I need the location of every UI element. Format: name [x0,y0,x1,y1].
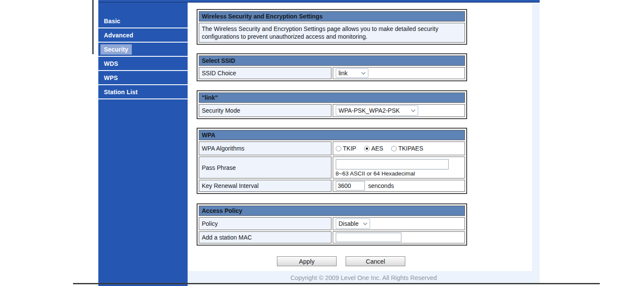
policy-select[interactable]: Disable [336,218,370,229]
radio-option-tkipaes[interactable]: TKIPAES [391,145,423,152]
section-title-ssid-link: "link" [199,92,465,103]
section-title-select-ssid: Select SSID [199,55,465,66]
section-title-wpa: WPA [199,130,465,140]
cancel-button[interactable]: Cancel [346,256,405,266]
add-station-mac-label: Add a station MAC [199,231,331,243]
radio-icon [336,146,341,151]
sidebar-item-label: Advanced [100,30,137,40]
pass-phrase-input[interactable] [336,159,449,169]
section-title-access-policy: Access Policy [199,206,465,216]
security-mode-selected-value: WPA-PSK_WPA2-PSK [339,107,400,114]
sidebar-item-label: WPS [100,73,122,83]
ssid-choice-label: SSID Choice [199,67,331,79]
radio-selected-icon [364,146,370,151]
security-mode-label: Security Mode [199,104,331,117]
sidebar-item-label: Security [100,44,132,55]
form-actions: Apply Cancel [277,256,532,266]
wpa-algorithms-radio-group: TKIP AES TKIPAES [336,143,462,154]
radio-icon [391,146,397,151]
chevron-down-icon [361,72,366,75]
radio-label: AES [371,145,383,152]
radio-label: TKIPAES [398,145,423,152]
wpa-algorithms-label: WPA Algorithms [199,141,331,155]
section-select-ssid: Select SSID SSID Choice link [197,53,467,81]
chevron-down-icon [411,109,416,112]
content-panel: Wireless Security and Encryption Setting… [188,3,532,271]
sidebar-nav: Basic Advanced Security WDS WPS Station … [98,0,188,286]
sidebar-item-wps[interactable]: WPS [98,71,188,84]
radio-label: TKIP [343,145,356,152]
sidebar-item-label: WDS [100,58,122,69]
sidebar-divider [98,98,188,99]
copyright-text: Copyright © 2009 Level One Inc. All Righ… [290,274,437,281]
sidebar-item-label: Station List [100,87,141,97]
intro-description: The Wireless Security and Encryption Set… [199,23,465,43]
policy-selected-value: Disable [339,220,359,227]
ssid-choice-select[interactable]: link [336,68,368,78]
chevron-down-icon [363,222,368,225]
sidebar-item-station-list[interactable]: Station List [98,85,188,98]
section-wpa: WPA WPA Algorithms TKIP AES [197,128,467,194]
sidebar-item-basic[interactable]: Basic [98,14,188,28]
section-ssid-link: "link" Security Mode WPA-PSK_WPA2-PSK [197,90,467,119]
top-accent-bar [98,0,540,3]
page-bottom-border [73,283,600,284]
main-area: Wireless Security and Encryption Setting… [188,3,540,284]
section-access-policy: Access Policy Policy Disable Add a stati… [197,203,467,246]
sidebar-item-advanced[interactable]: Advanced [98,28,188,42]
add-station-mac-input[interactable] [336,233,401,242]
window-edge-artifact [92,0,94,54]
pass-phrase-label: Pass Phrase [199,157,331,178]
radio-option-aes[interactable]: AES [364,145,383,152]
sidebar-item-wds[interactable]: WDS [98,57,188,70]
section-intro: Wireless Security and Encryption Setting… [197,9,467,45]
key-renewal-input[interactable] [336,181,365,191]
pass-phrase-hint: 8~63 ASCII or 64 Hexadecimal [336,170,462,177]
policy-label: Policy [199,217,331,230]
footer-copyright: Copyright © 2009 Level One Inc. All Righ… [188,271,540,284]
router-settings-page: Basic Advanced Security WDS WPS Station … [0,0,644,286]
security-mode-select[interactable]: WPA-PSK_WPA2-PSK [336,105,418,116]
ssid-choice-selected-value: link [339,70,348,77]
radio-option-tkip[interactable]: TKIP [336,145,356,152]
key-renewal-unit: senconds [368,182,394,189]
apply-button[interactable]: Apply [277,256,337,266]
sidebar-item-security[interactable]: Security [98,43,188,56]
sidebar-item-label: Basic [100,16,124,26]
key-renewal-label: Key Renewal Interval [199,180,331,192]
section-title-intro: Wireless Security and Encryption Setting… [199,11,465,22]
